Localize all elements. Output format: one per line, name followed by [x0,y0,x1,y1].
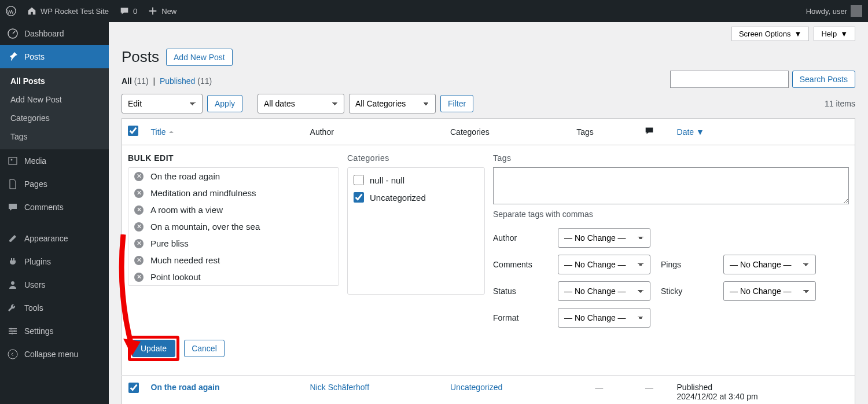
bulk-item: ✕On a mountain, over the sea [128,218,339,235]
comment-icon [119,6,130,16]
help-button[interactable]: Help ▼ [814,27,855,41]
menu-plugins[interactable]: Plugins [0,250,109,273]
row-checkbox[interactable] [128,383,139,393]
bulk-item: ✕Point lookout [128,269,339,285]
menu-users[interactable]: Users [0,273,109,296]
bulk-pings-select[interactable]: — No Change — [723,255,816,274]
menu-appearance[interactable]: Appearance [0,227,109,250]
svg-point-5 [10,328,12,330]
main-content: Screen Options ▼ Help ▼ Posts Add New Po… [109,22,868,404]
admin-sidebar: Dashboard Posts All Posts Add New Post C… [0,22,109,404]
svg-point-3 [11,159,13,161]
filter-published[interactable]: Published [160,76,196,86]
remove-icon[interactable]: ✕ [134,172,144,181]
remove-icon[interactable]: ✕ [134,205,144,215]
remove-icon[interactable]: ✕ [134,273,144,282]
bulk-comments-select[interactable]: — No Change — [558,255,650,274]
search-posts-button[interactable]: Search Posts [792,71,855,88]
sub-all-posts[interactable]: All Posts [0,72,109,90]
update-button[interactable]: Update [132,340,175,357]
comments-link[interactable]: 0 [119,6,137,16]
category-checkbox[interactable] [354,175,364,185]
bulk-status-select[interactable]: — No Change — [558,281,650,301]
label-pings: Pings [661,260,713,269]
bulk-item-title: Pure bliss [150,238,189,248]
screen-options-button[interactable]: Screen Options ▼ [731,27,809,41]
page-icon [7,178,19,190]
label-format: Format [493,313,547,322]
remove-icon[interactable]: ✕ [134,239,144,248]
filter-button[interactable]: Filter [440,95,473,112]
table-row: On the road again Nick Schäferhoff Uncat… [122,376,855,405]
sub-categories[interactable]: Categories [0,109,109,127]
category-name: Uncategorized [370,193,426,203]
highlight-box: Update [128,336,179,361]
menu-comments[interactable]: Comments [0,196,109,219]
bulk-sticky-select[interactable]: — No Change — [723,281,816,301]
site-link[interactable]: WP Rocket Test Site [27,6,109,16]
menu-collapse[interactable]: Collapse menu [0,343,109,366]
bulk-action-select[interactable]: Edit [122,94,203,113]
svg-rect-2 [9,157,17,164]
plus-icon [148,6,158,16]
pin-icon [7,51,19,63]
apply-button[interactable]: Apply [207,95,242,112]
remove-icon[interactable]: ✕ [134,222,144,232]
collapse-icon [7,348,19,360]
cancel-button[interactable]: Cancel [184,340,225,357]
col-title[interactable]: Title [145,119,304,145]
col-categories[interactable]: Categories [444,119,571,145]
howdy[interactable]: Howdy, user [806,5,862,17]
row-category-link[interactable]: Uncategorized [450,383,502,392]
date-filter-select[interactable]: All dates [258,94,344,113]
comment-icon [7,201,19,213]
menu-posts[interactable]: Posts [0,45,109,68]
bulk-item: ✕Much needed rest [128,252,339,269]
bulk-item-title: On the road again [150,171,220,181]
admin-bar: WP Rocket Test Site 0 New Howdy, user [0,0,868,22]
col-tags[interactable]: Tags [571,119,627,145]
menu-dashboard[interactable]: Dashboard [0,22,109,45]
bulk-tags-label: Tags [493,153,849,163]
remove-icon[interactable]: ✕ [134,189,144,198]
menu-settings[interactable]: Settings [0,319,109,343]
menu-media[interactable]: Media [0,149,109,172]
bulk-item-title: A room with a view [150,205,223,215]
bulk-categories: null - nullUncategorized [347,167,485,295]
select-all-checkbox[interactable] [128,126,138,136]
menu-pages[interactable]: Pages [0,172,109,196]
col-comments[interactable] [627,119,671,145]
row-tags: — [571,376,627,405]
bulk-categories-label: Categories [347,153,485,163]
col-author[interactable]: Author [304,119,444,145]
menu-tools[interactable]: Tools [0,296,109,319]
svg-point-4 [11,281,14,285]
new-link[interactable]: New [148,6,176,16]
category-name: null - null [370,175,404,185]
row-author-link[interactable]: Nick Schäferhoff [310,383,369,392]
tags-note: Separate tags with commas [493,210,849,219]
bulk-item: ✕On the road again [128,168,339,185]
remove-icon[interactable]: ✕ [134,256,144,265]
row-title-link[interactable]: On the road again [151,383,220,392]
bulk-items-list: ✕On the road again✕Meditation and mindfu… [128,167,339,286]
col-date[interactable]: Date ▼ [671,119,855,145]
category-checkbox[interactable] [354,192,364,203]
add-new-post-button[interactable]: Add New Post [166,49,233,66]
row-date: Published2024/12/02 at 3:40 pm [671,376,855,405]
page-title: Posts [122,48,159,66]
search-input[interactable] [670,71,789,88]
item-count: 11 items [825,99,855,108]
sub-add-new[interactable]: Add New Post [0,90,109,109]
svg-point-6 [14,330,16,332]
wp-logo[interactable] [6,6,16,16]
bulk-format-select[interactable]: — No Change — [558,308,650,328]
bulk-author-select[interactable]: — No Change — [558,228,650,248]
bulk-edit-label: BULK EDIT [128,153,339,163]
home-icon [27,6,37,16]
category-filter-select[interactable]: All Categories [349,94,436,113]
avatar [851,5,862,17]
bulk-tags-input[interactable] [493,167,849,204]
sub-tags[interactable]: Tags [0,127,109,146]
row-comments: — [627,376,671,405]
